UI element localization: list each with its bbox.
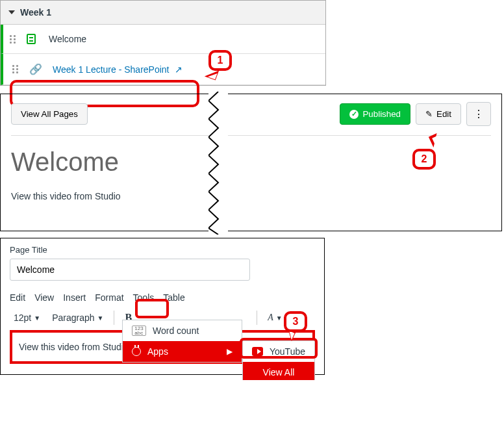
- torn-edge-decoration: [208, 92, 228, 235]
- pencil-icon: ✎: [425, 109, 433, 119]
- edit-button[interactable]: ✎ Edit: [416, 103, 461, 125]
- dropdown-item-label: Word count: [153, 326, 199, 336]
- module-item-welcome[interactable]: Welcome: [1, 25, 325, 54]
- view-all-pages-button[interactable]: View All Pages: [11, 103, 88, 125]
- page-edit-panel: Page Title Edit View Insert Format Tools…: [0, 238, 325, 375]
- plug-icon: [132, 347, 141, 356]
- text-color-icon: A: [268, 313, 273, 323]
- button-label: Published: [362, 109, 401, 119]
- menu-edit[interactable]: Edit: [10, 292, 25, 303]
- font-size-select[interactable]: 12pt ▼: [10, 310, 44, 326]
- drag-handle-icon[interactable]: [12, 65, 20, 73]
- chevron-down-icon: ▼: [34, 314, 40, 322]
- check-icon: ✓: [349, 110, 359, 119]
- module-title: Week 1: [20, 7, 51, 18]
- external-link-icon: ↗: [175, 64, 183, 75]
- font-size-label: 12pt: [14, 313, 31, 323]
- module-item-title: Week 1 Lecture - SharePoint: [53, 64, 170, 75]
- apps-view-all[interactable]: View All: [243, 362, 314, 380]
- annotation-label: 2: [412, 149, 436, 170]
- annotation-label: 1: [208, 50, 232, 71]
- annotation-box: [240, 338, 318, 359]
- published-button[interactable]: ✓ Published: [340, 103, 410, 125]
- dropdown-item-label: Apps: [147, 346, 168, 357]
- drag-handle-icon[interactable]: [10, 35, 18, 44]
- page-title-input[interactable]: [10, 259, 250, 281]
- dropdown-item-label: View All: [263, 367, 295, 377]
- tools-word-count[interactable]: 123abc Word count: [123, 320, 242, 341]
- text-color-button[interactable]: A▼: [264, 310, 286, 326]
- module-item-title: Welcome: [49, 34, 86, 44]
- separator: [257, 311, 257, 325]
- page-body-text: View this video from Studio: [11, 191, 491, 201]
- module-header[interactable]: Week 1: [1, 1, 325, 25]
- menu-format[interactable]: Format: [95, 292, 123, 303]
- tools-apps[interactable]: Apps ▶: [123, 341, 242, 362]
- page-icon: [27, 34, 36, 44]
- page-toolbar: View All Pages ✓ Published ✎ Edit ⋮: [11, 102, 491, 136]
- kebab-icon: ⋮: [473, 108, 484, 120]
- page-view-panel: View All Pages ✓ Published ✎ Edit ⋮ Welc…: [0, 94, 502, 231]
- editor-content-text: View this video from Studio: [19, 342, 129, 352]
- tools-dropdown: 123abc Word count Apps ▶: [122, 320, 242, 363]
- more-options-button[interactable]: ⋮: [466, 102, 491, 126]
- menu-insert[interactable]: Insert: [63, 292, 86, 303]
- word-count-icon: 123abc: [132, 326, 146, 336]
- page-title-label: Page Title: [10, 245, 315, 255]
- menu-view[interactable]: View: [34, 292, 54, 303]
- chevron-down-icon: ▼: [276, 314, 283, 322]
- modules-panel: Week 1 Welcome 🔗 Week 1 Lecture - ShareP…: [0, 0, 326, 86]
- block-format-select[interactable]: Paragraph ▼: [48, 310, 107, 326]
- button-label: Edit: [436, 109, 451, 119]
- button-label: View All Pages: [21, 109, 78, 119]
- link-icon: 🔗: [29, 63, 42, 75]
- chevron-down-icon: ▼: [97, 314, 104, 322]
- annotation-label: 3: [284, 311, 307, 332]
- annotation-box: [135, 299, 169, 318]
- chevron-right-icon: ▶: [227, 347, 233, 356]
- separator: [114, 311, 114, 325]
- caret-down-icon: [8, 10, 15, 14]
- block-format-label: Paragraph: [52, 313, 94, 323]
